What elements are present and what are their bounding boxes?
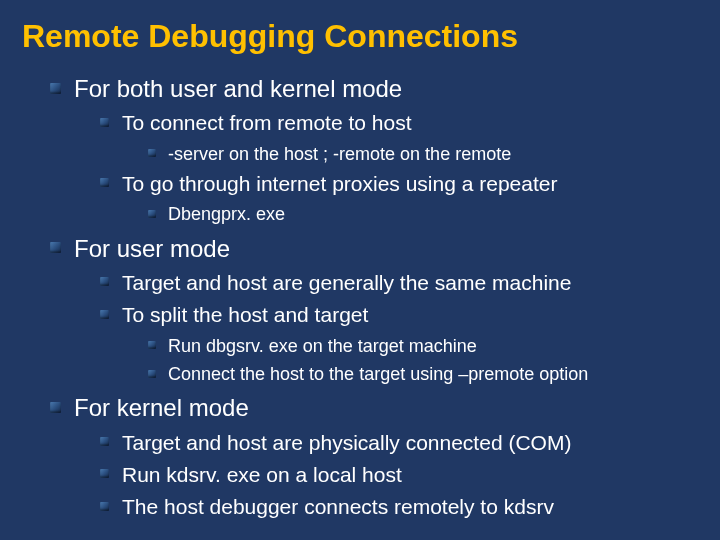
list-item: Run kdsrv. exe on a local host	[100, 461, 698, 489]
slide: Remote Debugging Connections For both us…	[0, 0, 720, 536]
list-item: The host debugger connects remotely to k…	[100, 493, 698, 521]
bullet-text: Run dbgsrv. exe on the target machine	[168, 336, 477, 356]
bullet-text: For kernel mode	[74, 394, 249, 421]
list-item: Dbengprx. exe	[148, 202, 698, 226]
list-item: Target and host are physically connected…	[100, 429, 698, 457]
bullet-list-level3: Run dbgsrv. exe on the target machine Co…	[148, 334, 698, 387]
list-item: For user mode Target and host are genera…	[50, 233, 698, 387]
bullet-text: Run kdsrv. exe on a local host	[122, 463, 402, 486]
bullet-text: Dbengprx. exe	[168, 204, 285, 224]
list-item: For both user and kernel mode To connect…	[50, 73, 698, 227]
list-item: For kernel mode Target and host are phys…	[50, 392, 698, 521]
slide-title: Remote Debugging Connections	[22, 18, 698, 55]
bullet-text: For both user and kernel mode	[74, 75, 402, 102]
bullet-list-level3: -server on the host ; -remote on the rem…	[148, 142, 698, 166]
bullet-list-level1: For both user and kernel mode To connect…	[50, 73, 698, 522]
bullet-text: Connect the host to the target using –pr…	[168, 364, 588, 384]
bullet-text: To go through internet proxies using a r…	[122, 172, 557, 195]
list-item: Run dbgsrv. exe on the target machine	[148, 334, 698, 358]
list-item: Connect the host to the target using –pr…	[148, 362, 698, 386]
bullet-text: Target and host are physically connected…	[122, 431, 571, 454]
list-item: To go through internet proxies using a r…	[100, 170, 698, 227]
bullet-text: For user mode	[74, 235, 230, 262]
bullet-text: The host debugger connects remotely to k…	[122, 495, 554, 518]
bullet-text: Target and host are generally the same m…	[122, 271, 571, 294]
list-item: Target and host are generally the same m…	[100, 269, 698, 297]
bullet-text: To split the host and target	[122, 303, 368, 326]
bullet-list-level3: Dbengprx. exe	[148, 202, 698, 226]
bullet-text: To connect from remote to host	[122, 111, 411, 134]
bullet-list-level2: Target and host are physically connected…	[100, 429, 698, 522]
list-item: To split the host and target Run dbgsrv.…	[100, 301, 698, 386]
bullet-text: -server on the host ; -remote on the rem…	[168, 144, 511, 164]
bullet-list-level2: Target and host are generally the same m…	[100, 269, 698, 386]
list-item: -server on the host ; -remote on the rem…	[148, 142, 698, 166]
list-item: To connect from remote to host -server o…	[100, 109, 698, 166]
bullet-list-level2: To connect from remote to host -server o…	[100, 109, 698, 226]
